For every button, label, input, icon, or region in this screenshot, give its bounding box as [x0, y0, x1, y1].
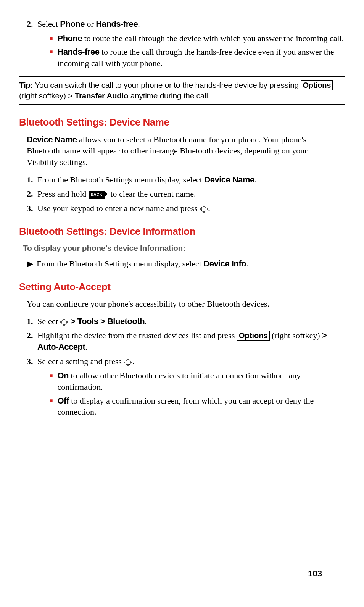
heading-device-info: Bluetooth Settings: Device Information — [19, 225, 345, 238]
step-num: 2. — [27, 18, 37, 30]
bullet-off: ■ Off to display a confirmation screen, … — [50, 395, 345, 418]
back-key-icon: BACK — [89, 191, 105, 199]
arrow-device-info: ▶ From the Bluetooth Settings menu displ… — [27, 258, 345, 270]
nav-key-icon — [124, 359, 132, 366]
tip-label: Tip: — [19, 81, 33, 89]
bullet-icon: ■ — [50, 48, 53, 69]
page: 2. Select Phone or Hands-free. ■ Phone t… — [19, 18, 345, 595]
nav-key-icon — [60, 319, 68, 326]
bullet-handsfree: ■ Hands-free to route the call through t… — [50, 46, 345, 69]
bullet-icon: ■ — [50, 372, 53, 392]
heading-auto-accept: Setting Auto-Accept — [19, 280, 345, 294]
aa-sub-bullets: ■ On to allow other Bluetooth devices to… — [50, 370, 345, 418]
svg-rect-5 — [62, 320, 66, 324]
arrow-icon: ▶ — [27, 258, 37, 270]
para-auto-accept: You can configure your phone's accessibi… — [27, 298, 337, 310]
para-device-name: Device Name allows you to select a Bluet… — [27, 134, 337, 168]
bullet-on: ■ On to allow other Bluetooth devices to… — [50, 370, 345, 392]
tip-box: Tip: You can switch the call to your pho… — [19, 76, 345, 105]
subhead-device-info: To display your phone's device Informati… — [23, 243, 341, 253]
bullet-phone: ■ Phone to route the call through the de… — [50, 33, 345, 44]
aa-step-3: 3. Select a setting and press . — [27, 356, 345, 367]
svg-rect-10 — [126, 360, 130, 365]
svg-rect-0 — [201, 207, 206, 211]
dn-step-2: 2. Press and hold BACK to clear the curr… — [27, 188, 345, 200]
page-number: 103 — [308, 568, 322, 580]
aa-step-2: 2. Highlight the device from the trusted… — [27, 330, 345, 352]
options-softkey: Options — [237, 331, 270, 341]
bullet-icon: ■ — [50, 35, 53, 44]
dn-step-1: 1. From the Bluetooth Settings menu disp… — [27, 174, 345, 186]
heading-device-name: Bluetooth Settings: Device Name — [19, 116, 345, 129]
sub-bullets: ■ Phone to route the call through the de… — [50, 33, 345, 69]
dn-step-3: 3. Use your keypad to enter a new name a… — [27, 203, 345, 214]
nav-key-icon — [200, 206, 208, 213]
bullet-icon: ■ — [50, 397, 53, 418]
step-2: 2. Select Phone or Hands-free. — [27, 18, 345, 30]
step-text: Select Phone or Hands-free. — [37, 18, 345, 30]
options-softkey: Options — [301, 80, 333, 90]
aa-step-1: 1. Select > Tools > Bluetooth. — [27, 316, 345, 327]
